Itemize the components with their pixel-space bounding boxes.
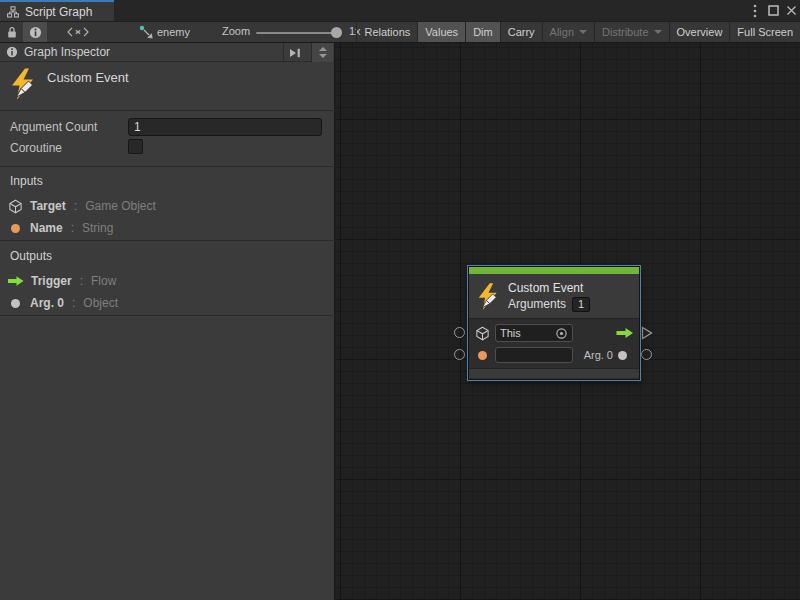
target-picker-icon: [555, 327, 568, 340]
scrub-up-icon: [319, 47, 327, 51]
node-body: This Arg. 0: [469, 318, 639, 368]
object-dot-icon: [618, 351, 627, 360]
node-row-target: This: [469, 322, 639, 344]
input-port-name: Name:String: [8, 220, 113, 236]
argument-count-label: Argument Count: [10, 120, 97, 134]
input-port-target: Target:Game Object: [8, 198, 156, 214]
graph-inspector-panel: Graph Inspector Custom Event Argument Co: [0, 43, 335, 600]
relations-button[interactable]: Relations: [356, 22, 417, 42]
outputs-section-title: Outputs: [10, 249, 52, 263]
flow-arrow-icon: [616, 327, 634, 339]
arguments-label: Arguments: [508, 297, 566, 311]
dock-panel-button[interactable]: [283, 43, 305, 62]
dropdown-caret-icon: [654, 30, 662, 34]
node-output-port-trigger[interactable]: [641, 326, 653, 340]
title-bar: Script Graph: [0, 0, 800, 21]
custom-event-node[interactable]: Custom Event Arguments 1 This: [468, 266, 640, 380]
string-dot-icon: [11, 224, 20, 233]
graph-name-label: enemy: [157, 26, 190, 38]
zoom-slider-track[interactable]: [256, 32, 342, 34]
object-dot-icon: [11, 299, 20, 308]
graph-hierarchy-icon: [7, 6, 19, 18]
info-icon: [6, 46, 18, 58]
carry-button[interactable]: Carry: [500, 22, 542, 42]
lock-button[interactable]: [2, 22, 22, 42]
graph-pointer-icon: [139, 25, 153, 39]
values-button[interactable]: Values: [417, 22, 465, 42]
divider: [0, 110, 335, 111]
maximize-button[interactable]: [764, 0, 782, 21]
zoom-slider-handle[interactable]: [331, 27, 342, 38]
cube-icon: [8, 199, 23, 214]
graph-canvas[interactable]: Custom Event Arguments 1 This: [335, 43, 800, 600]
code-icon: [67, 27, 89, 37]
dim-button[interactable]: Dim: [465, 22, 500, 42]
tab-label: Script Graph: [25, 5, 92, 19]
cube-icon: [475, 326, 490, 341]
overview-button[interactable]: Overview: [669, 22, 730, 42]
custom-event-icon: [10, 68, 37, 100]
node-output-port-arg0[interactable]: [641, 349, 652, 360]
unit-title: Custom Event: [47, 70, 129, 85]
custom-event-icon: [477, 283, 500, 310]
arg0-label: Arg. 0: [584, 349, 613, 361]
panel-title: Graph Inspector: [24, 45, 110, 59]
argument-count-input[interactable]: [128, 118, 322, 136]
divider: [0, 166, 335, 167]
inspector-toggle-button[interactable]: [23, 22, 47, 42]
maximize-icon: [768, 5, 779, 16]
scrub-down-icon: [319, 54, 327, 58]
lock-icon: [7, 26, 17, 38]
output-port-trigger: Trigger:Flow: [8, 273, 116, 289]
dock-right-icon: [289, 48, 301, 58]
coroutine-label: Coroutine: [10, 141, 62, 155]
target-dropdown[interactable]: This: [495, 324, 573, 342]
divider: [0, 240, 335, 241]
event-color-strip: [469, 267, 639, 274]
graph-toolbar: enemy Zoom 1x Relations Values Dim Carry…: [0, 21, 800, 43]
coroutine-checkbox[interactable]: [128, 139, 143, 154]
node-footer: [469, 368, 639, 378]
panel-scrubber[interactable]: [311, 43, 333, 62]
dropdown-caret-icon: [579, 30, 587, 34]
inputs-section-title: Inputs: [10, 174, 43, 188]
more-menu-button[interactable]: [748, 0, 762, 21]
flow-arrow-icon: [8, 275, 24, 287]
zoom-label: Zoom: [222, 25, 250, 37]
variables-toggle-button[interactable]: [62, 22, 94, 42]
script-graph-window: Script Graph: [0, 0, 800, 600]
node-input-port-target[interactable]: [454, 327, 465, 338]
node-header[interactable]: Custom Event Arguments 1: [469, 274, 639, 318]
arg0-input[interactable]: [495, 347, 573, 363]
info-icon: [29, 26, 42, 39]
arguments-count-field[interactable]: 1: [572, 297, 590, 312]
toolbar-buttons: Relations Values Dim Carry Align Distrib…: [356, 22, 800, 42]
full-screen-button[interactable]: Full Screen: [729, 22, 800, 42]
align-button[interactable]: Align: [542, 22, 594, 42]
string-dot-icon: [478, 351, 487, 360]
distribute-button[interactable]: Distribute: [594, 22, 668, 42]
output-port-arg0: Arg. 0:Object: [8, 295, 118, 311]
close-icon: [786, 5, 797, 16]
divider: [0, 315, 335, 316]
more-menu-icon: [753, 4, 757, 18]
node-input-port-name[interactable]: [454, 349, 465, 360]
graph-reference[interactable]: enemy: [139, 22, 190, 42]
close-button[interactable]: [782, 0, 800, 21]
node-title: Custom Event: [508, 281, 590, 295]
tab-script-graph[interactable]: Script Graph: [0, 0, 114, 21]
node-row-arg0: Arg. 0: [469, 344, 639, 366]
